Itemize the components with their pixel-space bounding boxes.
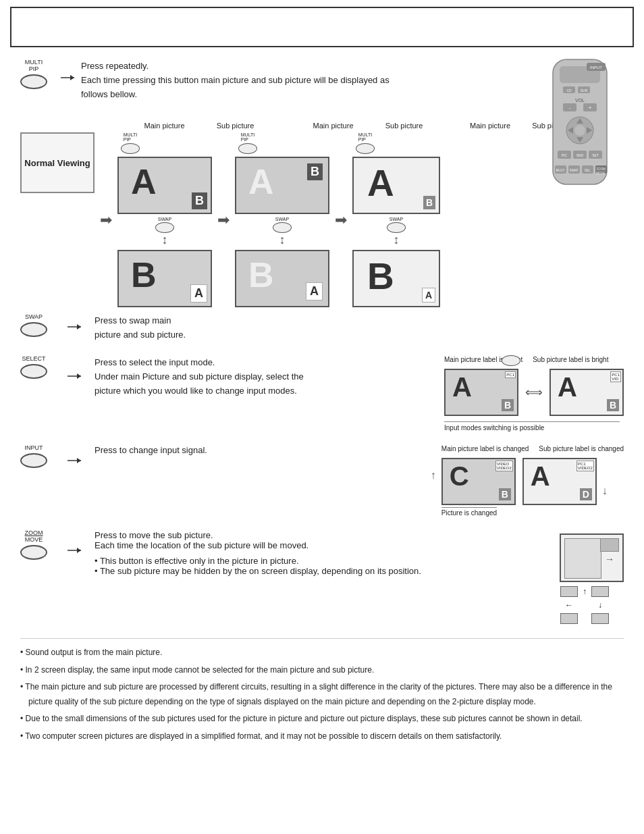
screen-ad-d: D <box>580 488 592 500</box>
select-connector <box>68 366 81 386</box>
zoom-button-group: ZOOMMOVE <box>20 530 47 560</box>
screen2-a: A <box>248 161 274 202</box>
input-connector <box>68 450 81 471</box>
bright-screen1-b: B <box>502 399 514 411</box>
remote-svg: INPUT CD SUR VOL - + <box>543 56 617 191</box>
swap-button[interactable] <box>20 322 47 337</box>
select-line2: Under main Picture and sub picture displ… <box>95 370 324 398</box>
double-arrow: ⟺ <box>525 385 543 400</box>
zoom-button[interactable] <box>20 545 47 560</box>
bright-screens-row: A B PC1 ⟺ A B PC1VID <box>444 369 624 416</box>
switching-note: Input modes switching is possible <box>444 421 620 432</box>
svg-marker-1 <box>70 75 74 80</box>
svg-text:-: - <box>569 105 571 111</box>
multi-pip-section: MULTI PIP Press repeatedly. Each time pr… <box>20 59 624 101</box>
zoom-section: ZOOMMOVE Press to move the sub picture. … <box>20 530 624 625</box>
bright-screen-1: A B PC1 <box>444 369 518 416</box>
svg-marker-39 <box>77 373 81 379</box>
bright-screen2-pc1-label: PC1VID <box>610 371 621 382</box>
screen3s-b: B <box>367 255 394 298</box>
screen3s-a: A <box>422 288 435 303</box>
swap-oval-2 <box>273 222 292 233</box>
swap-section: SWAP Press to swap main picture and sub … <box>20 314 624 342</box>
input-button[interactable] <box>20 453 47 468</box>
multi-pip-button-group: MULTI PIP <box>20 59 47 89</box>
outer-border-box <box>10 7 634 47</box>
input-button-group: INPUT <box>20 445 47 468</box>
pip-column-3: MULTIPIP A B SWAP ↕ B A <box>352 132 440 307</box>
multi-pip-instructions: Press repeatedly. Each time pressing thi… <box>81 59 405 101</box>
zoom-line2: Each time the location of the sub pictur… <box>95 540 553 550</box>
swap-arrows-2: SWAP ↕ <box>273 217 292 247</box>
swap-mini-1: SWAP <box>155 217 174 233</box>
multi-pip-mini-1: MULTIPIP <box>121 132 140 154</box>
pip-screen-2-swapped: B A <box>235 250 329 307</box>
select-left: SELECT <box>20 356 61 379</box>
main-changed-label: Main picture label is changed <box>441 445 529 452</box>
grid-sq-tl <box>560 586 578 597</box>
svg-marker-37 <box>77 324 81 330</box>
note-5: • Two computer screen pictures are displ… <box>20 729 624 744</box>
main-picture-label-3: Main picture <box>470 122 510 130</box>
swap-arrow-down-2: ↕ <box>279 233 286 247</box>
bright-labels-row: Main picture label is bright Sub picture… <box>444 356 624 363</box>
input-label: INPUT <box>25 445 43 452</box>
svg-text:MULTI: MULTI <box>556 169 564 172</box>
sub-bright-label: Sub picture label is bright <box>533 356 608 363</box>
swap-label-2: SWAP <box>275 217 289 221</box>
zoom-line1: Press to move the sub picture. <box>95 530 553 540</box>
diagram-labels-row: Main picture Sub picture Main picture Su… <box>20 122 624 130</box>
select-diagrams: Main picture label is bright Sub picture… <box>444 356 624 432</box>
sub-picture-label-2: Sub picture <box>385 122 423 130</box>
grid-sq-bl <box>560 613 578 624</box>
main-picture-label-2: Main picture <box>313 122 354 130</box>
pip-screen-3: A B <box>352 157 440 214</box>
main-picture-label-1: Main picture <box>144 122 185 130</box>
instruction-line2: Each time pressing this button main pict… <box>81 74 405 102</box>
select-section: SELECT Press to select the input mode. U… <box>20 356 624 432</box>
direction-grid: ↑ ← ↓ <box>560 585 624 625</box>
screen1-a: A <box>131 161 157 202</box>
multi-pip-mini-3: MULTIPIP <box>356 132 375 154</box>
multi-pip-label: MULTI PIP <box>25 59 43 73</box>
note-3: • The main picture and sub picture are p… <box>20 680 624 709</box>
screen2-b: B <box>307 163 323 180</box>
multi-pip-button[interactable] <box>20 74 47 89</box>
screen-c: C B VIDEOVIDEO2 ↑ <box>441 458 516 505</box>
svg-text:CD: CD <box>566 88 572 93</box>
changed-screens-row: C B VIDEOVIDEO2 ↑ Picture is changed A D… <box>441 458 624 517</box>
note-2: • In 2 screen display, the same input mo… <box>20 663 624 678</box>
zoom-instructions: Press to move the sub picture. Each time… <box>95 530 553 576</box>
select-button[interactable] <box>20 364 47 379</box>
svg-marker-41 <box>77 458 81 463</box>
bright-screen2-b: B <box>607 399 619 411</box>
grid-arrow-up: ↑ <box>583 587 587 596</box>
swap-arrow-down-1: ↕ <box>162 233 168 247</box>
screen1s-a: A <box>190 284 207 303</box>
multi-pip-mini-label-2: MULTIPIP <box>241 132 254 142</box>
multi-pip-mini-label-3: MULTIPIP <box>358 132 372 142</box>
screen-a-d: A D PC1VIDEO2 ↓ <box>522 458 597 505</box>
pip-oval-2 <box>238 143 257 154</box>
pip-screen-2: A B <box>235 157 329 214</box>
main-diagrams-row: Normal Viewing ➡ MULTIPIP A B SWAP ↕ <box>20 132 624 307</box>
labels-group-1: Main picture Sub picture <box>128 122 270 130</box>
svg-text:SWAP: SWAP <box>569 169 578 172</box>
screen-c-group: C B VIDEOVIDEO2 ↑ Picture is changed <box>441 458 516 517</box>
screen1s-b: B <box>131 255 157 295</box>
swap-oval-3 <box>387 222 406 233</box>
grid-sq-tr <box>591 586 609 597</box>
input-section: INPUT Press to change input signal. Main… <box>20 445 624 517</box>
instruction-line1: Press repeatedly. <box>81 59 405 74</box>
screen2s-a: A <box>306 282 323 301</box>
arrow-down-d: ↓ <box>602 485 608 497</box>
grid-arrow-right: ↓ <box>598 600 602 610</box>
swap-line2: picture and sub picture. <box>95 328 186 342</box>
bullet-notes: • Sound output is from the main picture.… <box>20 638 624 744</box>
note-4: • Due to the small dimensions of the sub… <box>20 712 624 727</box>
move-sub-picture <box>600 538 619 552</box>
swap-arrow-down-3: ↕ <box>394 233 400 247</box>
input-left: INPUT <box>20 445 61 468</box>
screen-c-letter: C <box>450 461 469 492</box>
swap-arrows-1: SWAP ↕ <box>155 217 174 247</box>
